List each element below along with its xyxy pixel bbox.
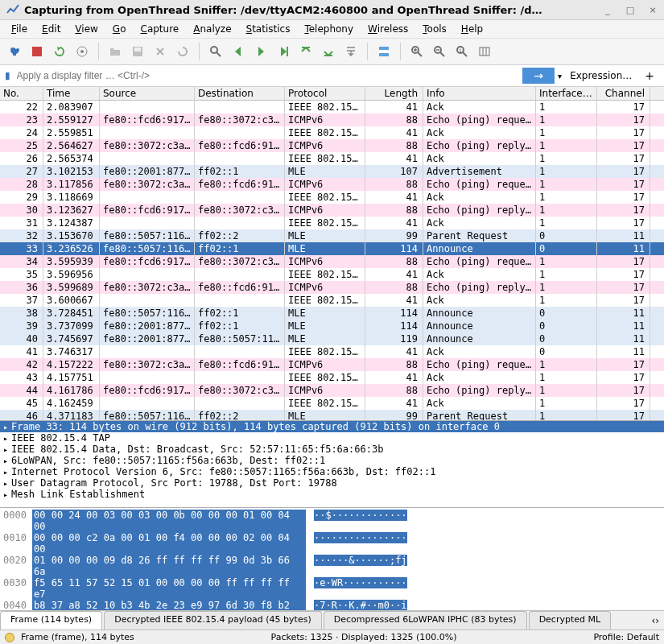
column-header[interactable]: Time (43, 87, 100, 100)
menu-telephony[interactable]: Telephony (298, 22, 360, 36)
bytes-tab[interactable]: Decompressed 6LoWPAN IPHC (83 bytes) (324, 611, 527, 630)
capture-options-icon[interactable] (72, 42, 92, 61)
restart-capture-icon[interactable] (50, 42, 69, 61)
expand-icon[interactable]: ▸ (3, 490, 8, 499)
maximize-button[interactable]: □ (625, 5, 635, 14)
zoom-in-icon[interactable] (407, 42, 427, 61)
tree-item[interactable]: ▸Frame 33: 114 bytes on wire (912 bits),… (0, 421, 664, 432)
packet-row[interactable]: 303.123627fe80::fcd6:917…fe80::3072:c3…I… (0, 204, 664, 217)
column-header[interactable]: Destination (195, 87, 285, 100)
zoom-out-icon[interactable] (430, 42, 449, 61)
colorize-icon[interactable] (374, 42, 394, 61)
packet-row[interactable]: 252.564627fe80::3072:c3a…fe80::fcd6:91…I… (0, 139, 664, 152)
bytes-tab[interactable]: Frame (114 bytes) (0, 611, 102, 630)
hex-row[interactable]: 0030f5 65 11 57 52 15 01 00 00 00 00 ff … (3, 577, 661, 600)
packet-bytes[interactable]: 000000 00 24 00 03 00 03 00 0b 00 00 00 … (0, 507, 664, 610)
packet-row[interactable]: 393.737099fe80::2001:877…ff02::1MLE114An… (0, 320, 664, 332)
go-back-icon[interactable] (229, 42, 248, 61)
close-button[interactable]: × (648, 5, 658, 14)
menu-capture[interactable]: Capture (134, 22, 185, 36)
open-file-icon[interactable] (105, 42, 125, 61)
expression-button[interactable]: Expression… (565, 68, 637, 83)
packet-row[interactable]: 353.596956IEEE 802.15.441Ack117 (0, 268, 664, 281)
expand-icon[interactable]: ▸ (3, 423, 8, 431)
column-header[interactable]: Interface ID (536, 87, 597, 100)
menu-view[interactable]: View (68, 22, 104, 36)
menu-wireless[interactable]: Wireless (361, 22, 414, 36)
column-header[interactable]: No. (0, 87, 43, 100)
packet-row[interactable]: 373.600667IEEE 802.15.441Ack117 (0, 294, 664, 307)
filter-apply-button[interactable]: → (522, 68, 555, 84)
tab-scroll-right-icon[interactable]: › (655, 615, 659, 626)
tree-item[interactable]: ▸Internet Protocol Version 6, Src: fe80:… (0, 466, 664, 477)
packet-row[interactable]: 363.599689fe80::3072:c3a…fe80::fcd6:91…I… (0, 281, 664, 294)
filter-dropdown-icon[interactable]: ▾ (558, 72, 562, 80)
packet-row[interactable]: 283.117856fe80::3072:c3a…fe80::fcd6:91…I… (0, 178, 664, 191)
menu-edit[interactable]: Edit (35, 22, 67, 36)
packet-list[interactable]: No.TimeSourceDestinationProtocolLengthIn… (0, 87, 664, 420)
packet-row[interactable]: 383.728451fe80::5057:116…ff02::1MLE114An… (0, 307, 664, 320)
packet-row[interactable]: 464.371183fe80::5057:116…ff02::2MLE99Par… (0, 410, 664, 420)
hex-row[interactable]: 002001 00 00 00 09 d8 26 ff ff ff ff 99 … (3, 555, 661, 577)
go-forward-icon[interactable] (251, 42, 270, 61)
column-header[interactable]: Channel (597, 87, 650, 100)
menu-help[interactable]: Help (455, 22, 489, 36)
hex-row[interactable]: 000000 00 24 00 03 00 03 00 0b 00 00 00 … (3, 510, 661, 532)
packet-row[interactable]: 313.124387IEEE 802.15.441Ack117 (0, 217, 664, 229)
packet-row[interactable]: 262.565374IEEE 802.15.441Ack117 (0, 152, 664, 165)
stop-capture-icon[interactable] (27, 42, 47, 61)
expand-icon[interactable]: ▸ (3, 468, 8, 477)
packet-row[interactable]: 413.746317IEEE 802.15.441Ack011 (0, 345, 664, 358)
packet-row[interactable]: 454.162459IEEE 802.15.441Ack117 (0, 397, 664, 410)
packet-row[interactable]: 434.157751IEEE 802.15.441Ack117 (0, 371, 664, 384)
autoscroll-icon[interactable] (341, 42, 361, 61)
packet-row[interactable]: 403.745697fe80::2001:877…fe80::5057:11…M… (0, 332, 664, 345)
save-file-icon[interactable] (128, 42, 147, 61)
packet-row[interactable]: 343.595939fe80::fcd6:917…fe80::3072:c3…I… (0, 255, 664, 268)
hex-row[interactable]: 0040b8 37 a8 52 10 b3 4b 2e 23 e9 97 6d … (3, 600, 661, 610)
expand-icon[interactable]: ▸ (3, 456, 8, 465)
tree-item[interactable]: ▸Mesh Link Establishment (0, 489, 664, 500)
column-header[interactable]: Info (423, 87, 536, 100)
go-first-icon[interactable] (296, 42, 316, 61)
zoom-reset-icon[interactable]: 1 (452, 42, 472, 61)
minimize-button[interactable]: _ (603, 5, 612, 14)
menu-file[interactable]: File (5, 22, 34, 36)
hex-row[interactable]: 001000 00 00 c2 0a 00 01 00 f4 00 00 00 … (3, 532, 661, 555)
jump-packet-icon[interactable] (274, 42, 293, 61)
expand-icon[interactable]: ▸ (3, 479, 8, 488)
tree-item[interactable]: ▸User Datagram Protocol, Src Port: 19788… (0, 477, 664, 489)
packet-row[interactable]: 444.161786fe80::fcd6:917…fe80::3072:c3…I… (0, 384, 664, 397)
expert-info-icon[interactable] (5, 633, 14, 642)
packet-row[interactable]: 242.559851IEEE 802.15.441Ack117 (0, 126, 664, 139)
menu-analyze[interactable]: Analyze (187, 22, 237, 36)
expand-icon[interactable]: ▸ (3, 434, 8, 443)
bytes-tab[interactable]: Decrypted IEEE 802.15.4 payload (45 byte… (104, 611, 322, 630)
column-header[interactable]: Source (100, 87, 195, 100)
packet-row[interactable]: 293.118669IEEE 802.15.441Ack117 (0, 191, 664, 204)
add-filter-button[interactable]: + (640, 68, 659, 84)
tree-item[interactable]: ▸6LoWPAN, Src: fe80::5057:1165:f56a:663b… (0, 455, 664, 466)
find-packet-icon[interactable] (206, 42, 225, 61)
column-header[interactable]: Protocol (285, 87, 365, 100)
packet-row[interactable]: 323.153670fe80::5057:116…ff02::2MLE99Par… (0, 229, 664, 242)
packet-row[interactable]: 232.559127fe80::fcd6:917…fe80::3072:c3…I… (0, 114, 664, 126)
tree-item[interactable]: ▸IEEE 802.15.4 Data, Dst: Broadcast, Src… (0, 444, 664, 455)
menu-statistics[interactable]: Statistics (240, 22, 297, 36)
reload-icon[interactable] (173, 42, 192, 61)
menu-go[interactable]: Go (106, 22, 133, 36)
expand-icon[interactable]: ▸ (3, 445, 8, 454)
resize-columns-icon[interactable] (475, 42, 494, 61)
display-filter-input[interactable] (14, 67, 520, 85)
start-capture-icon[interactable] (5, 42, 24, 61)
bookmark-icon[interactable]: ▮ (5, 70, 10, 81)
bytes-tab[interactable]: Decrypted ML (529, 611, 611, 630)
packet-row[interactable]: 222.083907IEEE 802.15.441Ack117 (0, 101, 664, 114)
menu-tools[interactable]: Tools (416, 22, 453, 36)
status-profile[interactable]: Profile: Default (593, 632, 659, 642)
tree-item[interactable]: ▸IEEE 802.15.4 TAP (0, 432, 664, 444)
packet-row[interactable]: 424.157222fe80::3072:c3a…fe80::fcd6:91…I… (0, 358, 664, 371)
packet-row[interactable]: 333.236526fe80::5057:116…ff02::1MLE114An… (0, 242, 664, 255)
packet-details[interactable]: ▸Frame 33: 114 bytes on wire (912 bits),… (0, 420, 664, 507)
close-file-icon[interactable] (151, 42, 170, 61)
